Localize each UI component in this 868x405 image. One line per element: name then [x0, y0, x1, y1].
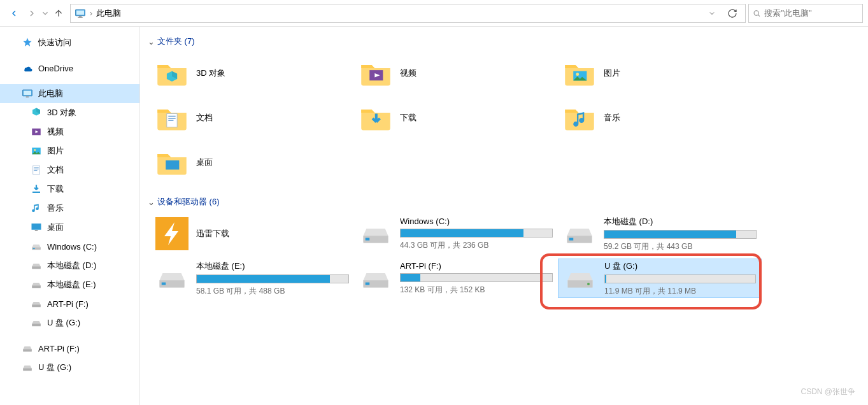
nav-recent-dropdown[interactable]	[41, 4, 50, 22]
sidebar-item[interactable]: 下载	[0, 180, 139, 199]
drive-stats: 44.3 GB 可用，共 236 GB	[400, 240, 553, 251]
sidebar-item[interactable]: ART-Pi (F:)	[0, 339, 139, 358]
svg-point-44	[587, 283, 590, 285]
drive-item[interactable]: 本地磁盘 (E:) 58.1 GB 可用，共 488 GB	[150, 259, 354, 298]
drive-name: U 盘 (G:)	[604, 260, 756, 272]
onedrive-icon	[22, 62, 33, 74]
drive-item[interactable]: 本地磁盘 (D:) 59.2 GB 可用，共 443 GB	[558, 214, 762, 253]
drive-item[interactable]: U 盘 (G:) 11.9 MB 可用，共 11.9 MB	[558, 259, 762, 298]
breadcrumb-location[interactable]: 此电脑	[96, 8, 121, 19]
refresh-button[interactable]	[723, 4, 741, 22]
sidebar: 快速访问OneDrive此电脑3D 对象视频图片文档下载音乐桌面Windows …	[0, 27, 140, 405]
svg-rect-22	[32, 305, 41, 308]
chevron-down-icon: ⌄	[148, 37, 155, 46]
sidebar-item[interactable]: 此电脑	[0, 84, 139, 103]
disk-icon	[359, 264, 392, 292]
svg-rect-3	[78, 17, 83, 18]
drive-item[interactable]: Windows (C:) 44.3 GB 可用，共 236 GB	[354, 214, 558, 253]
drive-item[interactable]: 迅雷下载	[150, 214, 354, 253]
sidebar-item[interactable]: Windows (C:)	[0, 237, 139, 256]
sidebar-item[interactable]: 桌面	[0, 218, 139, 237]
sidebar-item-label: 快速访问	[38, 37, 71, 48]
picture-icon	[563, 57, 596, 90]
sidebar-item[interactable]: 本地磁盘 (D:)	[0, 256, 139, 275]
sidebar-item[interactable]: 音乐	[0, 199, 139, 218]
sidebar-item[interactable]: 本地磁盘 (E:)	[0, 275, 139, 294]
search-input[interactable]	[764, 8, 858, 18]
nav-up-button[interactable]	[50, 4, 68, 22]
svg-rect-24	[23, 350, 32, 352]
sidebar-item[interactable]: ART-Pi (F:)	[0, 294, 139, 313]
breadcrumb-sep-icon: ›	[90, 9, 92, 18]
disk-icon	[31, 241, 42, 252]
music-icon	[563, 101, 596, 134]
sidebar-item-label: 本地磁盘 (D:)	[47, 260, 96, 271]
sidebar-item[interactable]: 视频	[0, 122, 139, 141]
nav-forward-button[interactable]	[23, 4, 41, 22]
folder-item[interactable]: 3D 对象	[150, 53, 354, 93]
sidebar-item[interactable]: 3D 对象	[0, 103, 139, 122]
svg-rect-2	[79, 16, 82, 17]
folder-item[interactable]: 下载	[354, 98, 558, 138]
svg-rect-23	[32, 324, 41, 327]
section-header-folders[interactable]: ⌄ 文件夹 (7)	[140, 32, 868, 51]
svg-rect-25	[23, 369, 32, 371]
desktop-icon	[155, 146, 189, 179]
address-bar[interactable]: › 此电脑	[70, 4, 746, 23]
hdd-icon	[31, 260, 42, 271]
folder-item[interactable]: 桌面	[150, 143, 354, 182]
sidebar-item-label: 文档	[47, 164, 64, 176]
folder-item[interactable]: 图片	[558, 53, 762, 93]
folder-item[interactable]: 视频	[354, 53, 558, 93]
nav-back-button[interactable]	[5, 4, 23, 22]
hdd-icon	[31, 279, 42, 290]
svg-rect-20	[32, 267, 41, 269]
svg-rect-31	[168, 118, 175, 119]
sidebar-item-label: 音乐	[47, 202, 64, 214]
sidebar-item-label: 桌面	[47, 222, 64, 233]
folder-label: 视频	[400, 68, 416, 79]
drive-capacity-bar	[604, 230, 757, 239]
drive-capacity-bar	[604, 274, 756, 283]
drive-item[interactable]: ART-Pi (F:) 132 KB 可用，共 152 KB	[354, 259, 558, 298]
music-icon	[31, 202, 42, 214]
picture-icon	[31, 145, 42, 157]
sidebar-item[interactable]: 图片	[0, 141, 139, 160]
desktop-icon	[31, 222, 42, 233]
hdd-icon	[22, 343, 33, 354]
toolbar: › 此电脑	[0, 0, 868, 27]
hdd-icon	[22, 362, 33, 373]
sidebar-item-label: U 盘 (G:)	[47, 317, 80, 329]
main-content: ⌄ 文件夹 (7) 3D 对象 视频 图片 文档 下载 音乐 桌面 ⌄ 设备和驱…	[140, 27, 868, 405]
video-icon	[359, 57, 392, 90]
chevron-down-icon: ⌄	[148, 197, 155, 207]
sidebar-item[interactable]: 文档	[0, 160, 139, 180]
folder-item[interactable]: 文档	[150, 98, 354, 138]
disk-icon	[563, 220, 596, 248]
sidebar-item[interactable]: U 盘 (G:)	[0, 358, 139, 377]
sidebar-item-label: 3D 对象	[47, 107, 76, 118]
svg-point-10	[34, 149, 36, 151]
search-box[interactable]	[748, 4, 863, 23]
drive-stats: 58.1 GB 可用，共 488 GB	[196, 286, 349, 297]
xunlei-icon	[155, 220, 189, 248]
svg-rect-17	[35, 231, 38, 232]
sidebar-item[interactable]: OneDrive	[0, 59, 139, 78]
svg-rect-32	[168, 120, 173, 121]
usb-icon	[564, 264, 597, 292]
cube-icon	[31, 107, 42, 118]
svg-rect-33	[166, 160, 179, 170]
folder-label: 桌面	[196, 157, 213, 168]
address-dropdown-button[interactable]	[703, 4, 721, 22]
sidebar-item[interactable]: U 盘 (G:)	[0, 313, 139, 332]
section-header-drives[interactable]: ⌄ 设备和驱动器 (6)	[140, 192, 868, 211]
folder-label: 文档	[196, 112, 213, 124]
sidebar-item[interactable]: 快速访问	[0, 33, 139, 52]
svg-rect-14	[34, 170, 37, 171]
folder-item[interactable]: 音乐	[558, 98, 762, 138]
sidebar-item-label: OneDrive	[38, 64, 73, 73]
search-icon	[753, 9, 760, 18]
svg-rect-21	[32, 286, 41, 288]
folder-label: 下载	[400, 112, 416, 124]
sidebar-item-label: 下载	[47, 183, 64, 195]
